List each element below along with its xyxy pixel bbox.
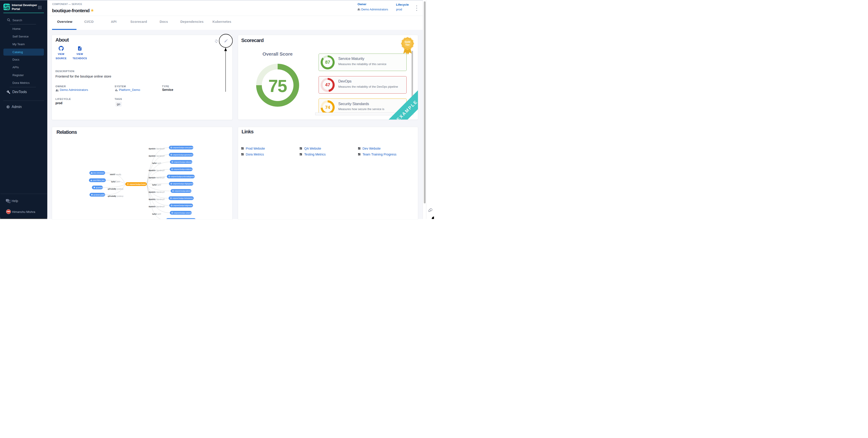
svg-text:dependsOn / dependencyOf: dependsOn / dependencyOf xyxy=(149,198,164,200)
svg-text:dependsOn / dependencyOf: dependsOn / dependencyOf xyxy=(149,176,164,179)
svg-text:component:boutique-redisservic: component:boutique-redisservice xyxy=(174,161,192,163)
svg-text:apiProvidedBy / providesApi: apiProvidedBy / providesApi xyxy=(108,188,123,190)
svg-text:api:starwars-graphql: api:starwars-graphql xyxy=(93,194,104,196)
svg-text:component:boutique-frontend: component:boutique-frontend xyxy=(129,183,146,185)
svg-text:component:boutique-loadgenerat: component:boutique-loadgenerator xyxy=(173,204,192,207)
svg-text:component:boutique-cartservice: component:boutique-cartservice xyxy=(174,211,192,214)
svg-text:component:boutique-currencyser: component:boutique-currencyservice xyxy=(173,146,193,149)
svg-text:component:boutique-shippingser: component:boutique-shippingservice xyxy=(173,182,193,185)
svg-text:hasPart / partOf: hasPart / partOf xyxy=(152,162,161,164)
svg-text:Gold: Gold xyxy=(405,40,410,43)
svg-text:hasPart / partOf: hasPart / partOf xyxy=(111,180,120,183)
svg-text:ownerOf / ownedBy: ownerOf / ownedBy xyxy=(110,173,121,176)
svg-text:?: ? xyxy=(7,199,8,201)
svg-text:dependsOn / dependencyOf: dependsOn / dependencyOf xyxy=(149,147,164,150)
svg-text:component:boutique-checkoutser: component:boutique-checkoutservice xyxy=(173,197,193,199)
svg-text:Tier: Tier xyxy=(405,43,410,46)
svg-text:system:Platform_Demo: system:Platform_Demo xyxy=(93,179,104,181)
svg-text:dependsOn / dependencyOf: dependsOn / dependencyOf xyxy=(149,205,164,208)
svg-text:Demo Administrators: Demo Administrators xyxy=(93,172,104,174)
svg-text:dependsOn / dependencyOf: dependsOn / dependencyOf xyxy=(149,169,164,172)
svg-text:hasPart / partOf: hasPart / partOf xyxy=(152,213,161,215)
svg-text:hasPart / partOf: hasPart / partOf xyxy=(152,184,161,186)
svg-text:component:boutique-emailservic: component:boutique-emailservice xyxy=(174,168,192,170)
svg-text:component:boutique-productcata: component:boutique-productcatalogservice xyxy=(171,175,194,178)
svg-text:api:petstore: api:petstore xyxy=(96,186,102,189)
svg-text:component:boutique-adservice: component:boutique-adservice xyxy=(175,190,191,192)
svg-text:component:boutique-paymentserv: component:boutique-paymentservice xyxy=(173,154,193,156)
svg-text:dependsOn / dependencyOf: dependsOn / dependencyOf xyxy=(149,191,164,193)
svg-text:dependsOn / dependencyOf: dependsOn / dependencyOf xyxy=(149,155,164,157)
svg-text:apiProvidedBy / providesApi: apiProvidedBy / providesApi xyxy=(108,195,123,197)
